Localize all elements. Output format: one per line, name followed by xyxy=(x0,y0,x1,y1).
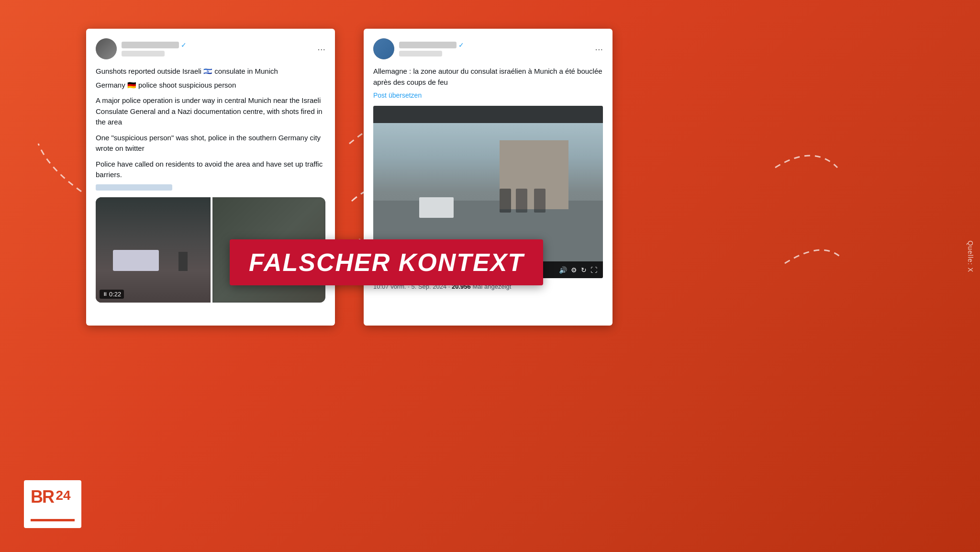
source-label: Quelle: X xyxy=(967,240,974,272)
pause-icon: ⏸ xyxy=(102,291,107,297)
right-card-user: ✓ xyxy=(373,38,464,59)
left-card-header: ✓ ··· xyxy=(96,38,325,59)
right-post-body: Allemagne : la zone autour du consulat i… xyxy=(373,66,603,99)
left-verified-icon: ✓ xyxy=(181,41,187,49)
br24-superscript: 24 xyxy=(56,488,70,503)
falscher-kontext-banner: FALSCHER KONTEXT xyxy=(230,239,543,285)
left-post-line-5: Police have called on residents to avoid… xyxy=(96,159,325,180)
left-username-row: ✓ xyxy=(122,41,187,49)
left-more-button[interactable]: ··· xyxy=(317,44,325,55)
right-username xyxy=(399,42,457,48)
right-more-button[interactable]: ··· xyxy=(595,44,603,55)
left-card-user: ✓ xyxy=(96,38,187,59)
loop-icon[interactable]: ↻ xyxy=(581,266,587,274)
right-post-title: Allemagne : la zone autour du consulat i… xyxy=(373,66,603,88)
right-translate-link[interactable]: Post übersetzen xyxy=(373,91,603,99)
left-post-line-3: A major police operation is under way in… xyxy=(96,95,325,128)
br24-logo: BR 24 xyxy=(24,480,81,528)
volume-icon[interactable]: 🔊 xyxy=(559,266,567,274)
fullscreen-icon[interactable]: ⛶ xyxy=(590,266,597,274)
right-card-header: ✓ ··· xyxy=(373,38,603,59)
right-verified-icon: ✓ xyxy=(458,41,464,49)
left-post-line-1: Gunshots reported outside Israeli 🇮🇱 con… xyxy=(96,66,325,77)
left-post-line-2: Germany 🇩🇪 police shoot suspicious perso… xyxy=(96,80,325,91)
left-video-timer: ⏸ 0:22 xyxy=(100,290,124,299)
br24-underline xyxy=(31,519,75,521)
right-avatar xyxy=(373,38,394,59)
right-user-handle xyxy=(399,51,442,56)
left-user-info: ✓ xyxy=(122,41,187,56)
left-video-left[interactable]: ⏸ 0:22 xyxy=(96,197,211,303)
left-post-line-4: One "suspicious person" was shot, police… xyxy=(96,133,325,154)
left-post-body: Gunshots reported outside Israeli 🇮🇱 con… xyxy=(96,66,325,191)
left-username xyxy=(122,42,179,48)
left-avatar xyxy=(96,38,117,59)
right-user-info: ✓ xyxy=(399,41,464,56)
left-user-handle xyxy=(122,51,165,56)
right-video-icons: 🔊 ⚙ ↻ ⛶ xyxy=(559,266,597,274)
right-username-row: ✓ xyxy=(399,41,464,49)
settings-icon[interactable]: ⚙ xyxy=(571,266,577,274)
br24-text: BR xyxy=(31,487,54,507)
left-post-link-blurred xyxy=(96,184,172,191)
